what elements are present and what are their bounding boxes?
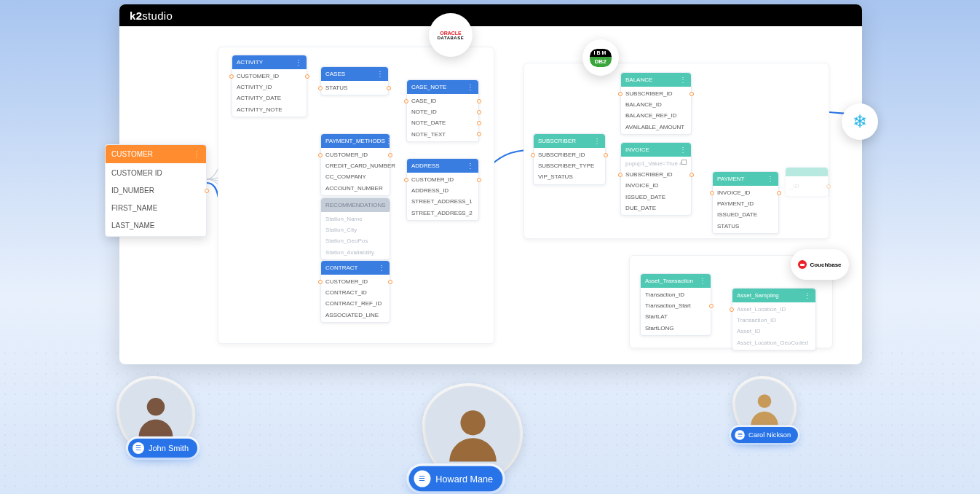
field[interactable]: ACTIVITY_NOTE <box>232 104 307 115</box>
field[interactable]: ISSUED_DATE <box>621 192 691 203</box>
entity-header-customer[interactable]: CUSTOMER⋮ <box>106 145 206 163</box>
more-icon[interactable]: ⋮ <box>593 137 601 145</box>
studio-window: k2studio <box>119 4 862 364</box>
more-icon[interactable]: ⋮ <box>386 201 393 209</box>
field[interactable]: Asset_Location_ID <box>732 304 815 315</box>
field[interactable]: ACTIVITY_ID <box>232 82 307 93</box>
app-logo: k2studio <box>130 9 173 22</box>
entity-balance[interactable]: BALANCE⋮ SUBSCRIBER_ID BALANCE_ID BALANC… <box>620 72 692 135</box>
field[interactable]: LAST_NAME <box>106 217 206 235</box>
field[interactable]: NOTE_ID <box>407 106 478 117</box>
field[interactable]: SUBSCRIBER_ID <box>621 169 691 180</box>
field[interactable]: STATUS <box>713 221 778 232</box>
more-icon[interactable]: ⋮ <box>385 137 392 145</box>
more-icon[interactable]: ⋮ <box>699 277 706 285</box>
database-icon: ☰ <box>735 430 745 440</box>
person-pill-howard[interactable]: ☰ Howard Mane <box>409 466 503 492</box>
field[interactable]: NOTE_DATE <box>407 117 478 128</box>
entity-invoice[interactable]: INVOICE⋮ popup1_Value=True 4 SUBSCRIBER_… <box>620 142 692 216</box>
field[interactable]: CASE_ID <box>407 95 478 106</box>
field[interactable]: CUSTOMER_ID <box>407 174 478 185</box>
field[interactable]: CONTRACT_REF_ID <box>321 298 390 309</box>
field[interactable]: PAYMENT_ID <box>713 198 778 209</box>
field[interactable]: ACCOUNT_NUMBER <box>321 183 390 194</box>
entity-asset-transaction[interactable]: Asset_Transaction⋮ Transaction_ID Transa… <box>640 273 711 336</box>
field[interactable]: VIP_STATUS <box>534 171 605 182</box>
field[interactable]: ADDRESS_ID <box>407 185 478 196</box>
field[interactable]: ACTIVITY_DATE <box>232 93 307 103</box>
entity-payment-methods[interactable]: PAYMENT_METHODS⋮ CUSTOMER_ID CREDIT_CARD… <box>320 133 390 196</box>
person-howard: ☰ Howard Mane <box>425 386 520 481</box>
field[interactable]: BALANCE_ID <box>621 99 691 110</box>
field[interactable]: INVOICE_ID <box>621 180 691 191</box>
field[interactable]: CC_COMPANY <box>321 171 390 182</box>
more-icon[interactable]: ⋮ <box>679 76 687 84</box>
field[interactable]: BALANCE_REF_ID <box>621 110 691 121</box>
more-icon[interactable]: ⋮ <box>679 146 687 154</box>
field[interactable]: ISSUED_DATE <box>713 209 778 220</box>
field[interactable]: SUBSCRIBER_TYPE <box>534 160 605 171</box>
entity-address[interactable]: ADDRESS⋮ CUSTOMER_ID ADDRESS_ID STREET_A… <box>406 158 479 221</box>
field[interactable]: INVOICE_ID <box>713 187 778 198</box>
field[interactable]: Asset_Location_GeoCoded <box>732 337 815 348</box>
field[interactable]: popup1_Value=True 4 <box>621 158 691 169</box>
more-icon[interactable]: ⋮ <box>767 175 774 183</box>
more-icon[interactable]: ⋮ <box>378 264 385 272</box>
field[interactable]: SUBSCRIBER_ID <box>534 149 605 160</box>
entity-payment[interactable]: PAYMENT⋮ INVOICE_ID PAYMENT_ID ISSUED_DA… <box>712 171 779 234</box>
entity-contract[interactable]: CONTRACT⋮ CUSTOMER_ID CONTRACT_ID CONTRA… <box>320 260 390 323</box>
field[interactable]: AVAILABLE_AMOUNT <box>621 122 691 133</box>
person-carol: ☰ Carol Nickson <box>735 379 794 437</box>
entity-recommendations[interactable]: RECOMMENDATIONS⋮ Station_Name Station_Ci… <box>320 197 390 260</box>
more-icon[interactable]: ⋮ <box>295 58 302 66</box>
person-pill-carol[interactable]: ☰ Carol Nickson <box>731 427 798 443</box>
field[interactable]: Station_Name <box>321 213 390 224</box>
field[interactable]: Asset_ID <box>732 326 815 337</box>
entity-title: CUSTOMER <box>111 150 153 158</box>
field[interactable]: ASSOCIATED_LINE <box>321 310 390 321</box>
panel-oracle: ACTIVITY⋮ CUSTOMER_ID ACTIVITY_ID ACTIVI… <box>218 47 494 344</box>
more-icon[interactable]: ⋮ <box>193 150 200 158</box>
field[interactable]: CUSTOMER ID <box>106 165 206 182</box>
field[interactable]: CUSTOMER_ID <box>232 71 307 82</box>
field[interactable]: Station_Availability <box>321 247 390 258</box>
database-icon: ☰ <box>414 471 430 487</box>
field[interactable]: CONTRACT_ID <box>321 287 390 298</box>
database-icon: ☰ <box>133 442 144 454</box>
field: _ID <box>786 181 828 192</box>
field[interactable]: Transaction_ID <box>732 315 815 326</box>
more-icon[interactable]: ⋮ <box>804 291 811 299</box>
field[interactable]: Transaction_ID <box>641 289 711 300</box>
snowflake-icon: ❄ <box>853 111 867 132</box>
entity-subscriber[interactable]: SUBSCRIBER⋮ SUBSCRIBER_ID SUBSCRIBER_TYP… <box>533 133 606 185</box>
entity-asset-sampling[interactable]: Asset_Sampling⋮ Asset_Location_ID Transa… <box>732 288 816 350</box>
field[interactable]: CUSTOMER_ID <box>321 149 390 160</box>
field[interactable]: Station_GeoPos <box>321 235 390 246</box>
field[interactable]: CUSTOMER_ID <box>321 276 390 287</box>
field[interactable]: FIRST_NAME <box>106 200 206 217</box>
entity-faded: _ID <box>785 167 829 197</box>
field[interactable]: STATUS <box>321 82 388 93</box>
field[interactable]: StartLAT <box>641 311 711 322</box>
field[interactable]: SUBSCRIBER_ID <box>621 88 691 99</box>
field[interactable]: Station_City <box>321 224 390 235</box>
field[interactable]: NOTE_TEXT <box>407 129 478 140</box>
canvas[interactable]: CUSTOMER⋮ CUSTOMER ID ID_NUMBER FIRST_NA… <box>119 26 862 364</box>
field[interactable]: StartLONG <box>641 323 711 334</box>
checkbox-icon[interactable] <box>681 160 687 165</box>
entity-case-note[interactable]: CASE_NOTE⋮ CASE_ID NOTE_ID NOTE_DATE NOT… <box>406 79 479 142</box>
more-icon[interactable]: ⋮ <box>376 70 384 78</box>
entity-cases[interactable]: CASES⋮ STATUS <box>320 66 389 95</box>
field[interactable]: CREDIT_CARD_NUMBER <box>321 160 390 171</box>
snowflake-logo: ❄ <box>842 103 878 140</box>
field[interactable]: DUE_DATE <box>621 203 691 213</box>
entity-customer[interactable]: CUSTOMER⋮ CUSTOMER ID ID_NUMBER FIRST_NA… <box>105 144 207 237</box>
field[interactable]: STREET_ADDRESS_2 <box>407 208 478 219</box>
field[interactable]: Transaction_Start <box>641 300 711 311</box>
more-icon[interactable]: ⋮ <box>467 162 474 170</box>
entity-activity[interactable]: ACTIVITY⋮ CUSTOMER_ID ACTIVITY_ID ACTIVI… <box>232 55 307 117</box>
field[interactable]: STREET_ADDRESS_1 <box>407 196 478 207</box>
more-icon[interactable]: ⋮ <box>467 83 474 91</box>
field[interactable]: ID_NUMBER <box>106 182 206 200</box>
person-pill-john[interactable]: ☰ John Smith <box>128 439 197 458</box>
